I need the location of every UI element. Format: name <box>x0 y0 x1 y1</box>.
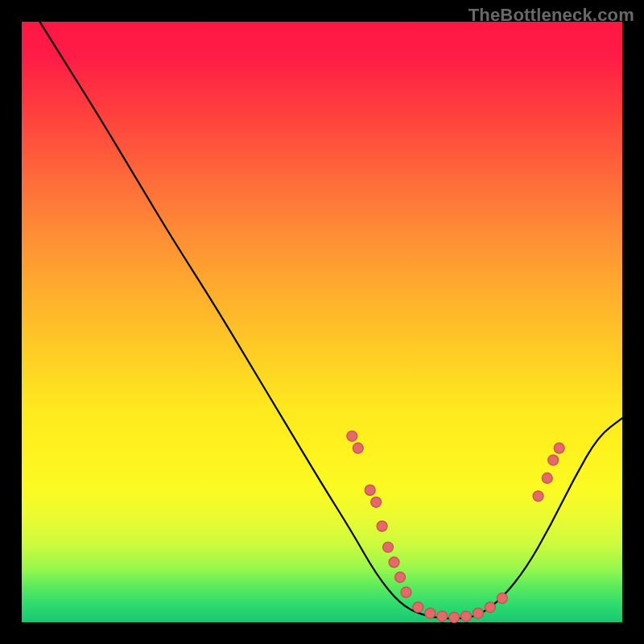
data-marker <box>389 557 399 568</box>
data-marker <box>542 473 552 483</box>
data-marker <box>473 608 483 618</box>
data-marker <box>437 611 448 621</box>
data-marker <box>371 497 382 507</box>
watermark-text: TheBottleneck.com <box>469 5 634 26</box>
data-marker <box>449 613 460 623</box>
data-marker <box>383 542 394 552</box>
chart-svg <box>22 22 622 622</box>
data-marker <box>401 587 411 597</box>
data-marker <box>353 443 363 453</box>
bottleneck-curve <box>39 22 622 618</box>
data-marker <box>497 593 507 604</box>
data-marker <box>413 602 423 613</box>
data-marker <box>365 485 375 495</box>
data-marker <box>394 572 405 583</box>
data-marker <box>554 443 564 453</box>
data-marker <box>485 602 495 613</box>
data-marker <box>377 521 387 531</box>
data-marker <box>347 431 357 441</box>
data-marker <box>548 455 559 465</box>
data-marker <box>533 491 543 502</box>
data-marker <box>461 611 472 621</box>
data-marker <box>425 608 436 618</box>
data-markers <box>347 431 564 622</box>
